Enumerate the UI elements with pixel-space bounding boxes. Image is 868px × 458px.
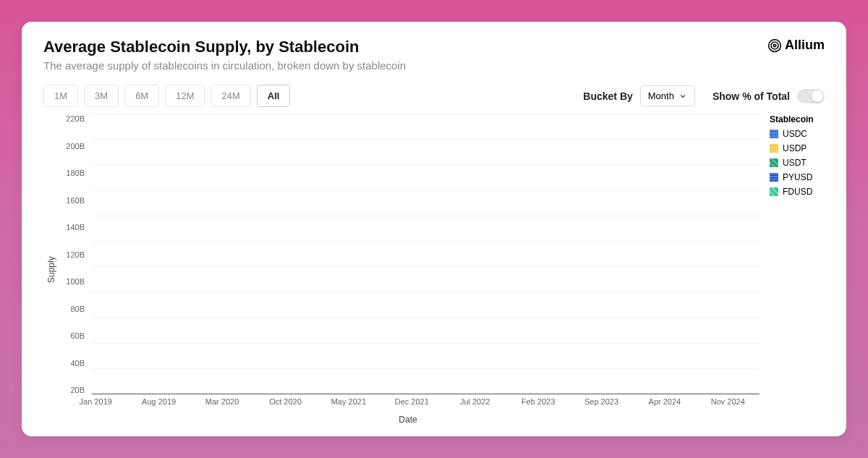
time-range-group: 1M3M6M12M24MAll: [43, 85, 290, 107]
x-tick: Jan 2019: [80, 397, 112, 406]
x-tick: Nov 2024: [711, 397, 745, 406]
x-tick: May 2021: [331, 397, 366, 406]
legend-title: Stablecoin: [770, 114, 825, 124]
legend-item-usdt[interactable]: USDT: [770, 158, 825, 168]
legend-item-pyusd[interactable]: PYUSD: [770, 172, 825, 182]
y-tick: 40B: [57, 359, 85, 368]
legend-item-fdusd[interactable]: FDUSD: [770, 187, 825, 197]
brand-icon: [767, 38, 782, 53]
x-tick: Oct 2020: [269, 397, 302, 406]
svg-point-2: [773, 44, 775, 46]
legend: Stablecoin USDCUSDPUSDTPYUSDFDUSD: [760, 114, 825, 425]
y-tick: 60B: [57, 331, 85, 340]
plot-area: 220B200B180B160B140B120B100B80B60B40B20B: [56, 114, 760, 394]
y-tick: 20B: [57, 386, 85, 394]
x-tick: Sep 2023: [584, 397, 618, 406]
legend-label: FDUSD: [783, 187, 812, 197]
chart-card: Average Stablecoin Supply, by Stablecoin…: [22, 22, 846, 436]
y-tick: 220B: [57, 114, 85, 123]
x-tick: Apr 2024: [649, 397, 681, 406]
legend-label: PYUSD: [783, 172, 812, 182]
y-tick: 140B: [57, 223, 85, 232]
chart-title: Average Stablecoin Supply, by Stablecoin: [43, 38, 406, 56]
x-tick: Feb 2023: [522, 397, 555, 406]
legend-label: USDT: [783, 158, 807, 168]
x-axis-label: Date: [56, 415, 760, 425]
chevron-down-icon: [678, 92, 687, 101]
legend-label: USDC: [783, 129, 807, 139]
chart-subtitle: The average supply of stablecoins in cir…: [43, 59, 406, 72]
y-tick: 80B: [57, 305, 85, 313]
x-tick: Dec 2021: [395, 397, 429, 406]
time-range-3m[interactable]: 3M: [84, 85, 119, 107]
bucket-by-select[interactable]: Month: [640, 85, 695, 106]
show-percent-toggle[interactable]: [797, 89, 825, 103]
bucket-by-label: Bucket By: [583, 90, 632, 102]
time-range-1m[interactable]: 1M: [43, 85, 78, 107]
time-range-12m[interactable]: 12M: [165, 85, 205, 107]
legend-swatch: [770, 173, 778, 182]
legend-item-usdc[interactable]: USDC: [770, 129, 825, 139]
y-tick: 100B: [57, 277, 85, 286]
x-tick: Jul 2022: [460, 397, 490, 406]
x-tick: Mar 2020: [205, 397, 239, 406]
time-range-24m[interactable]: 24M: [210, 85, 250, 107]
time-range-6m[interactable]: 6M: [124, 85, 159, 107]
y-axis-label: Supply: [43, 114, 56, 425]
legend-item-usdp[interactable]: USDP: [770, 143, 825, 153]
legend-swatch: [770, 130, 778, 138]
y-tick: 120B: [57, 250, 85, 259]
svg-point-1: [771, 42, 778, 49]
legend-label: USDP: [783, 143, 807, 153]
legend-swatch: [770, 144, 778, 153]
y-tick: 200B: [57, 142, 85, 150]
time-range-all[interactable]: All: [257, 85, 291, 107]
legend-swatch: [770, 187, 778, 196]
brand-logo: Allium: [767, 38, 825, 53]
x-tick: Aug 2019: [142, 397, 176, 406]
y-tick: 180B: [57, 169, 85, 177]
legend-swatch: [770, 158, 778, 167]
y-tick: 160B: [57, 196, 85, 205]
show-percent-label: Show % of Total: [712, 90, 790, 102]
